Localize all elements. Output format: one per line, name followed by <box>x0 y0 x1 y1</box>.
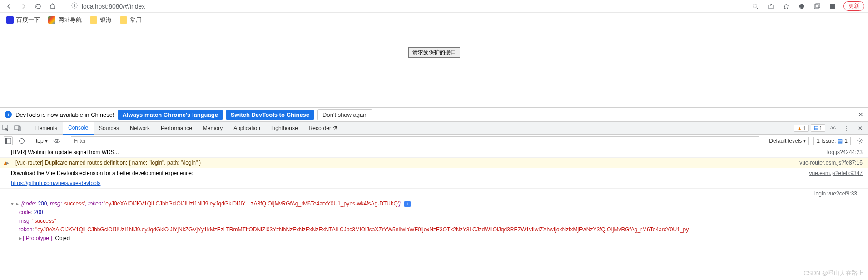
bookmark-label: 网址导航 <box>58 16 82 24</box>
bookmarks-bar: 百度一下 网址导航 银海 常用 <box>0 13 868 27</box>
search-icon[interactable] <box>751 2 760 11</box>
console-log-row: [HMR] Waiting for update signal from WDS… <box>0 147 868 158</box>
log-text: [HMR] Waiting for update signal from WDS… <box>11 148 119 156</box>
tab-elements[interactable]: Elements <box>29 122 63 135</box>
browser-nav-bar: localhost:8080/#/index 更新 <box>0 0 868 13</box>
collapse-icon[interactable]: ▾ <box>11 200 14 207</box>
chevron-down-icon: ▾ <box>803 138 806 144</box>
bookmark-changyong[interactable]: 常用 <box>120 16 142 24</box>
console-toolbar: top▾ Default levels▾ 1 Issue:▤1 <box>0 135 868 147</box>
always-match-button[interactable]: Always match Chrome's language <box>118 110 223 120</box>
tab-lighthouse[interactable]: Lighthouse <box>266 122 303 135</box>
more-icon[interactable]: ⋮ <box>841 122 853 135</box>
tab-application[interactable]: Application <box>228 122 266 135</box>
share-icon[interactable] <box>766 2 775 11</box>
toggle-sidebar-icon[interactable] <box>4 136 13 145</box>
source-link[interactable]: login.vue?cef9:33 <box>814 190 863 198</box>
message-icon: ▤ <box>814 125 818 131</box>
back-button[interactable] <box>4 1 15 12</box>
message-icon: ▤ <box>838 138 843 144</box>
tab-memory[interactable]: Memory <box>198 122 228 135</box>
tab-sources[interactable]: Sources <box>94 122 124 135</box>
reload-button[interactable] <box>33 1 44 12</box>
live-expression-icon[interactable] <box>52 136 61 145</box>
inspect-element-icon[interactable] <box>0 122 12 135</box>
tab-recorder[interactable]: Recorder ⚗ <box>303 122 343 135</box>
source-link[interactable]: vue-router.esm.js?fe87:16 <box>799 159 868 167</box>
baidu-icon <box>6 16 14 24</box>
expand-icon[interactable]: ▸ <box>19 235 22 241</box>
expand-icon[interactable]: ▸ <box>16 200 19 207</box>
switch-chinese-button[interactable]: Switch DevTools to Chinese <box>226 110 314 120</box>
warning-icon: ▲ <box>797 125 802 131</box>
svg-rect-5 <box>814 5 818 9</box>
source-link[interactable]: vue.esm.js?efeb:9347 <box>809 169 868 177</box>
tab-console[interactable]: Console <box>63 122 94 135</box>
svg-point-15 <box>56 140 58 142</box>
expand-icon[interactable]: ▸ <box>6 159 9 167</box>
svg-rect-7 <box>830 4 835 9</box>
issue-count: 1 <box>844 138 848 144</box>
context-selector[interactable]: top▾ <box>36 138 48 144</box>
warnings-badge[interactable]: ▲1 <box>794 125 809 132</box>
log-levels-selector[interactable]: Default levels▾ <box>766 137 809 145</box>
console-log-row: Download the Vue Devtools extension for … <box>0 168 868 178</box>
info-icon: i <box>5 111 12 118</box>
log-text: Download the Vue Devtools extension for … <box>11 169 193 177</box>
levels-label: Default levels <box>769 138 802 144</box>
devtools-language-infobar: i DevTools is now available in Chinese! … <box>0 107 868 122</box>
devtools-link[interactable]: https://github.com/vuejs/vue-devtools <box>11 179 100 187</box>
tabs-icon[interactable] <box>813 2 822 11</box>
console-log-row: login.vue?cef9:33 <box>0 189 868 199</box>
tab-performance[interactable]: Performance <box>155 122 198 135</box>
page-viewport: 请求受保护的接口 <box>0 27 868 107</box>
close-icon[interactable]: ✕ <box>858 111 863 118</box>
bookmark-baidu[interactable]: 百度一下 <box>6 16 40 24</box>
console-object: ▾ ▸ {code: 200, msg: 'success', token: '… <box>0 199 868 244</box>
clear-console-icon[interactable] <box>17 136 26 145</box>
devtools-tabstrip: Elements Console Sources Network Perform… <box>0 122 868 135</box>
chevron-down-icon: ▾ <box>45 138 48 144</box>
watermark: CSDN @登山人在路上 <box>804 269 863 277</box>
warn-count: 1 <box>803 125 806 131</box>
context-label: top <box>36 138 44 144</box>
url-text[interactable]: localhost:8080/#/index <box>82 3 145 10</box>
issue-label: 1 Issue: <box>817 138 836 144</box>
console-warning-row: ▲ ▸ [vue-router] Duplicate named routes … <box>0 158 868 168</box>
console-output: [HMR] Waiting for update signal from WDS… <box>0 147 868 244</box>
profile-icon[interactable] <box>828 2 837 11</box>
request-protected-button[interactable]: 请求受保护的接口 <box>408 47 460 58</box>
source-link[interactable]: log.js?4244:23 <box>827 148 868 156</box>
update-button[interactable]: 更新 <box>843 1 864 11</box>
flask-icon: ⚗ <box>333 125 338 131</box>
msg-count: 1 <box>819 125 822 131</box>
svg-point-3 <box>753 4 757 8</box>
tab-network[interactable]: Network <box>124 122 155 135</box>
svg-rect-13 <box>5 138 7 144</box>
svg-rect-1 <box>74 5 74 7</box>
forward-button[interactable] <box>18 1 29 12</box>
close-devtools-icon[interactable]: ✕ <box>854 122 866 135</box>
dont-show-button[interactable]: Don't show again <box>317 109 372 120</box>
messages-badge[interactable]: ▤1 <box>811 124 825 132</box>
extensions-icon[interactable] <box>797 2 806 11</box>
bookmark-star-icon[interactable] <box>782 2 791 11</box>
site-info-icon[interactable] <box>71 2 78 10</box>
info-badge-icon[interactable]: i <box>404 201 411 207</box>
settings-gear-icon[interactable] <box>827 122 839 135</box>
svg-rect-6 <box>816 4 820 8</box>
issues-badge[interactable]: 1 Issue:▤1 <box>813 137 851 145</box>
folder-icon <box>120 16 127 24</box>
bookmark-hao[interactable]: 网址导航 <box>48 16 82 24</box>
svg-point-2 <box>74 4 75 5</box>
filter-input[interactable] <box>71 136 760 145</box>
tab-label: Recorder <box>309 125 331 131</box>
bookmark-label: 常用 <box>130 16 142 24</box>
folder-icon <box>90 16 97 24</box>
device-toolbar-icon[interactable] <box>12 122 24 135</box>
hao-icon <box>48 16 55 24</box>
home-button[interactable] <box>47 1 58 12</box>
bookmark-yinhai[interactable]: 银海 <box>90 16 112 24</box>
bookmark-label: 百度一下 <box>16 16 40 24</box>
console-settings-icon[interactable] <box>855 136 864 145</box>
